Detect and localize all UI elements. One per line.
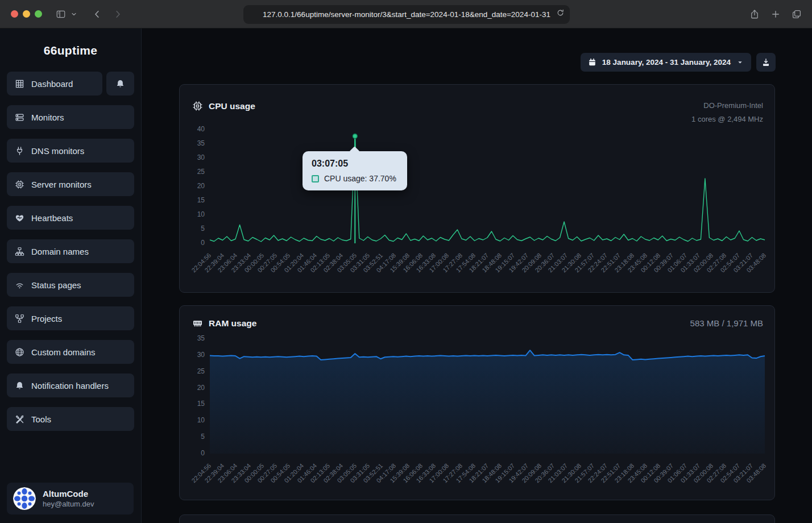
sidebar-item-label: Tools <box>31 414 51 424</box>
cpu-icon <box>192 101 203 111</box>
sitemap-icon <box>15 247 24 256</box>
ram-usage-summary: 583 MB / 1,971 MB <box>690 318 763 328</box>
cpu-chart-plot[interactable]: 03:07:05 CPU usage: 37.70% 0510152025303… <box>210 130 765 243</box>
globe-icon <box>15 347 24 357</box>
sidebar-item-label: Dashboard <box>31 79 73 89</box>
wifi-icon <box>15 280 24 290</box>
y-axis-tick: 10 <box>180 416 205 424</box>
y-axis-tick: 5 <box>180 433 205 441</box>
export-button[interactable] <box>756 53 776 72</box>
reload-icon[interactable] <box>556 9 565 19</box>
y-axis-tick: 15 <box>180 400 205 408</box>
y-axis-tick: 5 <box>180 225 205 233</box>
y-axis-tick: 25 <box>180 367 205 375</box>
sidebar-nav: DashboardMonitorsDNS monitorsServer moni… <box>7 72 134 431</box>
cpu-icon <box>15 180 24 189</box>
zoom-window-button[interactable] <box>35 10 42 18</box>
new-tab-icon[interactable] <box>770 9 781 19</box>
sidebar-item-label: Domain names <box>31 247 89 256</box>
cpu-x-axis: 22:04:5622:39:0423:06:0423:33:0400:00:05… <box>210 246 765 293</box>
bell-icon <box>15 381 24 391</box>
y-axis-tick: 25 <box>180 168 205 176</box>
back-button[interactable] <box>92 9 102 19</box>
tools-icon <box>15 414 24 424</box>
server-icon <box>15 113 24 122</box>
notifications-button[interactable] <box>106 72 134 96</box>
date-range-label: 18 January, 2024 - 31 January, 2024 <box>602 58 731 67</box>
y-axis-tick: 35 <box>180 139 205 147</box>
address-bar[interactable]: 127.0.0.1/66uptime/server-monitor/3&star… <box>243 5 570 24</box>
sidebar-item-label: Status pages <box>31 280 81 290</box>
browser-chrome: 127.0.0.1/66uptime/server-monitor/3&star… <box>0 0 812 28</box>
window-controls[interactable] <box>11 10 42 18</box>
calendar-icon <box>588 58 596 67</box>
y-axis-tick: 30 <box>180 351 205 359</box>
ram-usage-card: RAM usage 583 MB / 1,971 MB 051015202530… <box>179 305 775 500</box>
sidebar: 66uptime DashboardMonitorsDNS monitorsSe… <box>0 28 142 523</box>
sidebar-item-label: Notification handlers <box>31 381 109 391</box>
y-axis-tick: 0 <box>180 449 205 457</box>
download-icon <box>761 58 770 67</box>
tab-group-chevron-icon[interactable] <box>71 11 77 18</box>
tooltip-time: 03:07:05 <box>312 159 398 169</box>
server-specs: DO-Premium-Intel 1 cores @ 2,494 MHz <box>691 99 763 126</box>
sidebar-item-dashboard[interactable]: Dashboard <box>7 72 102 96</box>
heartbeat-icon <box>15 213 24 223</box>
y-axis-tick: 15 <box>180 196 205 204</box>
sidebar-item-heartbeats[interactable]: Heartbeats <box>7 206 134 230</box>
sidebar-item-dns-monitors[interactable]: DNS monitors <box>7 139 134 163</box>
card-partial <box>179 514 775 523</box>
brand-logo: 66uptime <box>0 44 141 57</box>
y-axis-tick: 30 <box>180 153 205 161</box>
sidebar-item-label: Monitors <box>31 113 64 122</box>
account-name: AltumCode <box>43 488 94 499</box>
account-card[interactable]: AltumCode hey@altum.dev <box>7 483 134 514</box>
sidebar-item-label: Heartbeats <box>31 213 73 223</box>
sidebar-item-label: Server monitors <box>31 180 92 189</box>
sidebar-item-tools[interactable]: Tools <box>7 407 134 431</box>
server-plan: DO-Premium-Intel <box>691 99 763 113</box>
plug-icon <box>15 146 24 156</box>
ram-chart-plot[interactable]: 05101520253035 <box>210 339 765 454</box>
ram-icon <box>192 318 203 329</box>
share-icon[interactable] <box>749 9 760 19</box>
sidebar-item-notification-handlers[interactable]: Notification handlers <box>7 373 134 397</box>
series-swatch <box>312 175 319 182</box>
sidebar-item-label: DNS monitors <box>31 146 84 156</box>
grid-icon <box>15 79 24 89</box>
close-window-button[interactable] <box>11 10 18 18</box>
main-content: 18 January, 2024 - 31 January, 2024 CPU … <box>142 28 812 523</box>
y-axis-tick: 20 <box>180 384 205 392</box>
y-axis-tick: 35 <box>180 334 205 342</box>
avatar <box>13 487 36 510</box>
sidebar-item-server-monitors[interactable]: Server monitors <box>7 172 134 196</box>
y-axis-tick: 0 <box>180 239 205 247</box>
date-range-button[interactable]: 18 January, 2024 - 31 January, 2024 <box>581 53 751 72</box>
ram-chart-title: RAM usage <box>209 318 256 329</box>
minimize-window-button[interactable] <box>23 10 30 18</box>
account-email: hey@altum.dev <box>43 499 94 509</box>
tooltip-value: CPU usage: 37.70% <box>324 174 396 183</box>
sidebar-toggle-icon[interactable] <box>56 9 66 19</box>
diagram-icon <box>15 314 24 323</box>
sidebar-item-monitors[interactable]: Monitors <box>7 105 134 129</box>
y-axis-tick: 10 <box>180 210 205 218</box>
sidebar-item-status-pages[interactable]: Status pages <box>7 273 134 297</box>
chart-tooltip: 03:07:05 CPU usage: 37.70% <box>303 151 407 190</box>
bell-icon <box>115 79 125 89</box>
sidebar-item-projects[interactable]: Projects <box>7 306 134 330</box>
sidebar-item-custom-domains[interactable]: Custom domains <box>7 340 134 364</box>
tab-overview-icon[interactable] <box>792 9 802 19</box>
cpu-usage-card: CPU usage DO-Premium-Intel 1 cores @ 2,4… <box>179 84 775 293</box>
ram-x-axis: 22:04:5622:39:0423:06:0423:33:0400:00:05… <box>210 456 765 503</box>
y-axis-tick: 20 <box>180 182 205 190</box>
url-text: 127.0.0.1/66uptime/server-monitor/3&star… <box>263 10 550 19</box>
cpu-chart-title: CPU usage <box>209 101 255 111</box>
y-axis-tick: 40 <box>180 125 205 133</box>
forward-button <box>113 9 123 19</box>
sidebar-item-label: Projects <box>31 314 62 323</box>
sidebar-item-domain-names[interactable]: Domain names <box>7 239 134 263</box>
sidebar-item-label: Custom domains <box>31 347 96 357</box>
chevron-down-icon <box>736 59 744 66</box>
server-cores: 1 cores @ 2,494 MHz <box>691 113 763 126</box>
